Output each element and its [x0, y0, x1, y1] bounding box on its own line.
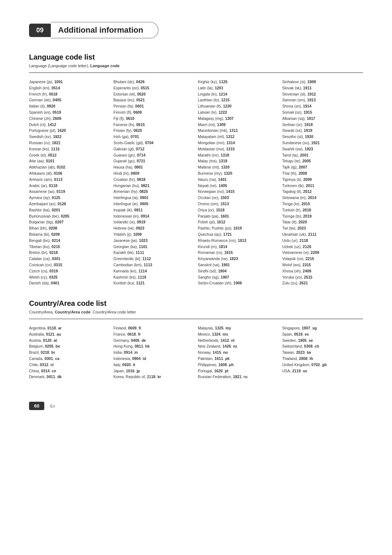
language-item: Vietnamese (vi), 2209: [282, 250, 363, 256]
language-item: Kashmiri (ks), 1119: [114, 274, 195, 280]
language-item: Afar (aa), 0101: [29, 158, 110, 164]
country-item: Japan, 1016. jp: [114, 368, 195, 374]
country-item: Australia, 0121. au: [29, 331, 110, 337]
language-item: Hebrew (iw), 0923: [114, 225, 195, 231]
language-item: French (fr), 0618: [29, 91, 110, 97]
language-item: Burmese (my), 1325: [198, 170, 279, 177]
language-item: Catalan (ca), 0301: [29, 256, 110, 262]
language-item: Kirundi (rn), 1814: [198, 244, 279, 250]
page-number: 60: [29, 402, 44, 410]
footer-language: En: [50, 404, 55, 408]
language-item: Hausa (ha), 0801: [114, 164, 195, 170]
language-item: Dutch (nl), 1412: [29, 122, 110, 128]
language-item: Javanese (jw), 1023: [114, 238, 195, 244]
country-item: France, 0618. fr: [114, 331, 195, 337]
language-item: Norwegian (no), 1415: [198, 189, 279, 195]
language-item: Macedonian (mk), 1311: [198, 127, 279, 134]
country-item: Argentina, 0118. ar: [29, 325, 110, 331]
country-item: Thailand, 2008. th: [282, 356, 363, 362]
language-code-section: Language code list Language (Language co…: [29, 53, 363, 286]
country-item: Taiwan, 2023. tw: [282, 349, 363, 356]
language-item: Chinese (zh), 2608: [29, 116, 110, 122]
language-item: Kinyarwanda (rw), 1823: [198, 256, 279, 262]
country-item: Switzerland, 0308. ch: [282, 343, 363, 349]
language-item: Georgian (ka), 1101: [114, 244, 195, 250]
language-item: Assamese (as), 0119: [29, 189, 110, 195]
country-item: Portugal, 1620. pt: [198, 368, 279, 374]
language-item: Tsonga (ts), 2019: [282, 213, 363, 219]
language-col-2: Kirghiz (ky), 1125Latin (la), 1201Lingal…: [198, 79, 279, 286]
country-item: Hong Kong, 0811. hk: [114, 343, 195, 349]
language-item: Zulu (zu), 2621: [282, 280, 363, 286]
language-item: Yoruba (yo), 2515: [282, 274, 363, 280]
country-col-2: Malaysia, 1325. myMexico, 1324. mxNether…: [198, 325, 279, 380]
language-item: Swahili (sw), 1923: [282, 146, 363, 152]
language-item: Faroese (fo), 0615: [114, 122, 195, 128]
country-item: Pakistan, 1611. pk: [198, 356, 279, 362]
country-item: Austria, 0120. at: [29, 337, 110, 344]
language-item: Finnish (fi), 0609: [114, 109, 195, 116]
language-item: Guarani (gn), 0714: [114, 152, 195, 158]
language-item: Turkish (tr), 2018: [282, 207, 363, 213]
language-item: Tatar (tt), 2020: [282, 219, 363, 225]
language-item: Sundanese (su), 1921: [282, 140, 363, 146]
language-item: Maltese (mt), 1320: [198, 164, 279, 170]
country-item: USA, 2119. us: [282, 368, 363, 374]
language-item: Estonian (et), 0520: [114, 91, 195, 97]
country-item: Germany, 0405. de: [114, 337, 195, 344]
language-item: Danish (da), 0401: [29, 280, 110, 286]
language-item: Oromo (om), 1513: [198, 201, 279, 207]
country-item: Chile, 0312. cl: [29, 362, 110, 368]
language-item: Afrikaans (af), 0106: [29, 170, 110, 177]
country-item: Sweden, 1905. se: [282, 337, 363, 344]
language-item: Gujarati (gu), 0721: [114, 158, 195, 164]
language-subtitle-plain: Language (Language code letter),: [29, 64, 90, 68]
language-item: Somali (so), 1915: [282, 109, 363, 116]
country-item: Malaysia, 1325. my: [198, 325, 279, 331]
language-item: Scots-Gaelic (gd), 0704: [114, 140, 195, 146]
language-item: Indonesian (in), 0914: [114, 213, 195, 219]
language-item: Welsh (cy), 0325: [29, 274, 110, 280]
language-item: Esperanto (eo), 0515: [114, 85, 195, 91]
language-item: Latvian (lv), 1222: [198, 109, 279, 116]
language-item: Slovak (sk), 1911: [282, 85, 363, 91]
language-columns: Japanese (ja), 1001English (en), 0514Fre…: [29, 79, 363, 286]
language-item: Sinhalese (si), 1909: [282, 79, 363, 85]
country-item: Russian Federation, 1821. ru: [198, 374, 279, 380]
language-item: Samoan (sm), 1913: [282, 97, 363, 103]
country-columns: Argentina, 0118. arAustralia, 0121. auAu…: [29, 325, 363, 380]
language-item: Kannada (kn), 1114: [114, 268, 195, 274]
language-item: Lithuanian (lt), 1220: [198, 103, 279, 109]
language-item: Bengali (bn), 0214: [29, 238, 110, 244]
language-item: Armenian (hy), 0825: [114, 189, 195, 195]
section-header: 09 Additional information: [29, 22, 363, 39]
page: 09 Additional information Language code …: [0, 0, 392, 432]
language-col-3: Sinhalese (si), 1909Slovak (sk), 1911Slo…: [282, 79, 363, 286]
language-item: Italian (it), 0920: [29, 103, 110, 109]
language-item: Hindi (hi), 0809: [114, 170, 195, 177]
country-col-1: Finland, 0609. fiFrance, 0618. frGermany…: [114, 325, 195, 380]
language-item: Telugu (te), 2005: [282, 158, 363, 164]
language-item: Abkhazian (ab), 0102: [29, 164, 110, 170]
language-item: Tajik (tg), 2007: [282, 164, 363, 170]
language-item: Sindhi (sd), 1904: [198, 268, 279, 274]
country-item: Philippines, 1608. ph: [198, 362, 279, 368]
language-item: Albanian (sq), 1917: [282, 116, 363, 122]
language-item: Xhosa (xh), 2408: [282, 268, 363, 274]
language-item: Slovenian (sl), 1912: [282, 91, 363, 97]
language-item: Volapük (vo), 2215: [282, 256, 363, 262]
language-item: Interlingua (ia), 0901: [114, 195, 195, 201]
language-item: Czech (cs), 0319: [29, 268, 110, 274]
language-item: Romanian (ro), 1815: [198, 250, 279, 256]
language-item: Kurdish (ku), 1121: [114, 280, 195, 286]
language-item: Nauru (na), 1401: [198, 177, 279, 183]
language-item: Hungarian (hu), 0821: [114, 183, 195, 189]
language-divider: [29, 72, 363, 73]
section-title: Additional information: [51, 22, 159, 39]
language-item: Azerbaijani (az), 0126: [29, 201, 110, 207]
language-item: Persian (fa), 0601: [114, 103, 195, 109]
language-col-0: Japanese (ja), 1001English (en), 0514Fre…: [29, 79, 110, 286]
country-item: China, 0314. cn: [29, 368, 110, 374]
country-item: Belgium, 0205. be: [29, 343, 110, 349]
country-item: India, 0914. in: [114, 349, 195, 356]
